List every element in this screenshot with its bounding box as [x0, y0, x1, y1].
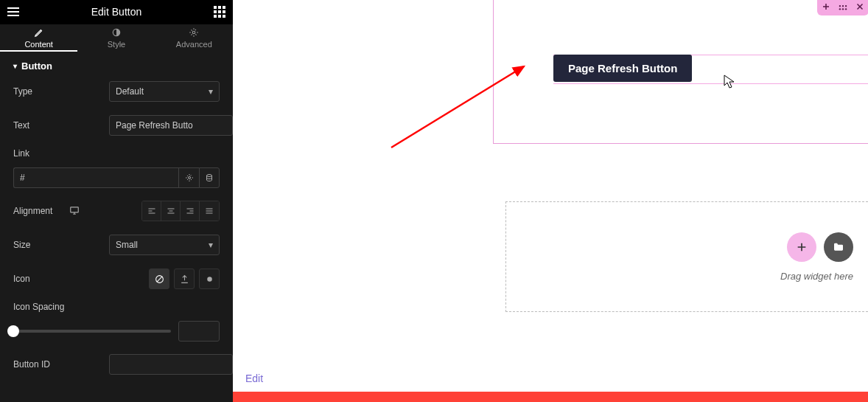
alignment-group — [141, 201, 220, 221]
upload-icon — [180, 274, 189, 284]
edit-link[interactable]: Edit — [245, 372, 263, 384]
icon-library-button[interactable] — [199, 268, 220, 289]
gear-icon — [185, 173, 194, 182]
align-center-button[interactable] — [161, 201, 181, 221]
tab-style[interactable]: Style — [77, 24, 155, 52]
link-input[interactable] — [13, 167, 178, 188]
section-button-header[interactable]: ▾ Button — [0, 52, 233, 80]
close-icon — [855, 2, 864, 11]
panel-tabs: Content Style Advanced — [0, 24, 233, 52]
link-dynamic-button[interactable] — [199, 167, 220, 188]
editor-sidebar: Edit Button Content Style Advanced ▾ But… — [0, 0, 233, 402]
align-left-icon — [147, 207, 156, 215]
sidebar-header: Edit Button — [0, 0, 233, 24]
text-input[interactable] — [109, 115, 233, 136]
svg-point-13 — [842, 8, 844, 10]
icon-label: Icon — [13, 274, 109, 284]
template-library-button[interactable] — [824, 232, 853, 262]
section-toolbar — [817, 0, 868, 15]
panel-title: Edit Button — [0, 6, 233, 18]
button-id-label: Button ID — [13, 359, 109, 370]
align-right-icon — [186, 207, 195, 215]
chevron-down-icon: ▾ — [13, 62, 17, 70]
text-label: Text — [13, 120, 109, 131]
button-id-input[interactable] — [109, 354, 233, 375]
plus-icon — [822, 2, 830, 11]
svg-rect-5 — [71, 207, 79, 212]
add-widget-button[interactable] — [787, 232, 816, 262]
svg-point-14 — [845, 8, 847, 10]
tab-content[interactable]: Content — [0, 24, 77, 52]
icon-upload-button[interactable] — [174, 268, 195, 289]
size-select[interactable]: Small — [109, 235, 220, 255]
icon-none-button[interactable] — [149, 268, 169, 289]
circle-icon — [205, 274, 214, 284]
svg-point-4 — [207, 175, 212, 177]
align-justify-icon — [205, 207, 214, 215]
svg-point-12 — [839, 8, 841, 10]
icon-spacing-label: Icon Spacing — [13, 302, 220, 312]
svg-point-3 — [188, 177, 190, 179]
controls-list: Type Default Text Link — [0, 80, 233, 402]
plus-icon — [796, 241, 808, 253]
svg-point-9 — [839, 5, 841, 7]
slider-thumb[interactable] — [7, 325, 19, 337]
svg-point-1 — [193, 31, 196, 34]
tab-advanced[interactable]: Advanced — [155, 24, 233, 52]
icon-spacing-input[interactable] — [178, 321, 220, 342]
link-label: Link — [13, 148, 220, 159]
align-center-icon — [167, 207, 175, 215]
align-right-button[interactable] — [181, 201, 200, 221]
svg-point-7 — [207, 277, 212, 282]
contrast-icon — [111, 27, 122, 38]
responsive-icon[interactable] — [69, 206, 80, 217]
svg-point-11 — [845, 5, 847, 7]
drop-zone[interactable]: Drag widget here — [505, 201, 868, 312]
icon-spacing-slider[interactable] — [13, 330, 171, 333]
add-section-button[interactable] — [822, 1, 830, 13]
align-left-button[interactable] — [142, 201, 161, 221]
preview-button[interactable]: Page Refresh Button — [553, 55, 692, 82]
delete-section-button[interactable] — [855, 1, 864, 13]
gear-icon — [189, 27, 199, 38]
edit-section-button[interactable] — [838, 1, 848, 13]
link-options-button[interactable] — [178, 167, 199, 188]
desktop-icon — [69, 206, 80, 215]
folder-icon — [833, 241, 844, 253]
no-icon — [155, 274, 164, 284]
svg-point-10 — [842, 5, 844, 7]
drop-text: Drag widget here — [780, 271, 853, 282]
size-label: Size — [13, 240, 109, 250]
database-icon — [205, 173, 214, 182]
bottom-bar — [233, 392, 868, 402]
type-select[interactable]: Default — [109, 81, 220, 102]
align-justify-button[interactable] — [200, 201, 219, 221]
editor-canvas: Page Refresh Button Drag widget here Edi… — [233, 0, 868, 402]
grip-icon — [838, 4, 848, 11]
pencil-icon — [34, 27, 44, 38]
alignment-label: Alignment — [13, 206, 109, 216]
type-label: Type — [13, 86, 109, 97]
